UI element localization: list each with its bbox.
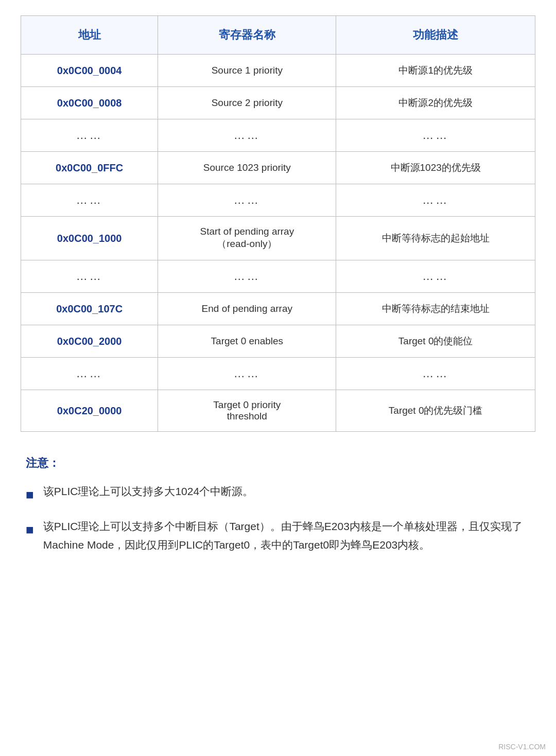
dots-cell: …… [158,358,336,390]
address-cell: 0x0C00_0004 [21,55,158,87]
function-desc-cell: 中断等待标志的结束地址 [336,293,535,325]
register-name-cell: End of pending array [158,293,336,325]
register-name-cell: Start of pending array（read-only） [158,217,336,260]
address-cell: 0x0C00_0008 [21,87,158,119]
dots-cell: …… [21,358,158,390]
dots-cell: …… [336,184,535,217]
register-name-cell: Source 1 priority [158,55,336,87]
dots-cell: …… [336,260,535,293]
dots-cell: …… [158,260,336,293]
address-cell: 0x0C00_2000 [21,325,158,358]
dots-cell: …… [336,358,535,390]
function-desc-cell: 中断源1的优先级 [336,55,535,87]
register-name-cell: Target 0 enables [158,325,336,358]
function-desc-cell: 中断源2的优先级 [336,87,535,119]
register-name-cell: Source 1023 priority [158,152,336,184]
address-cell: 0x0C00_0FFC [21,152,158,184]
dots-cell: …… [21,260,158,293]
function-desc-cell: 中断等待标志的起始地址 [336,217,535,260]
watermark: RISC-V1.COM [498,743,546,751]
col-header-desc: 功能描述 [336,16,535,55]
address-cell: 0x0C00_1000 [21,217,158,260]
dots-cell: …… [21,119,158,152]
note-text: 该PLIC理论上可以支持多个中断目标（Target）。由于蜂鸟E203内核是一个… [43,517,530,554]
note-item: ■该PLIC理论上可以支持多个中断目标（Target）。由于蜂鸟E203内核是一… [26,517,530,554]
address-cell: 0x0C00_107C [21,293,158,325]
register-table: 地址 寄存器名称 功能描述 0x0C00_0004Source 1 priori… [21,15,535,432]
register-name-cell: Target 0 prioritythreshold [158,390,336,432]
note-text: 该PLIC理论上可以支持多大1024个中断源。 [43,482,530,501]
dots-cell: …… [158,184,336,217]
dots-cell: …… [336,119,535,152]
note-section: 注意： ■该PLIC理论上可以支持多大1024个中断源。■该PLIC理论上可以支… [21,450,535,571]
note-item: ■该PLIC理论上可以支持多大1024个中断源。 [26,482,530,506]
note-title: 注意： [26,455,530,471]
col-header-addr: 地址 [21,16,158,55]
register-name-cell: Source 2 priority [158,87,336,119]
address-cell: 0x0C20_0000 [21,390,158,432]
dots-cell: …… [21,184,158,217]
note-bullet-icon: ■ [26,483,34,506]
function-desc-cell: Target 0的优先级门槛 [336,390,535,432]
col-header-reg: 寄存器名称 [158,16,336,55]
function-desc-cell: Target 0的使能位 [336,325,535,358]
dots-cell: …… [158,119,336,152]
function-desc-cell: 中断源1023的优先级 [336,152,535,184]
note-bullet-icon: ■ [26,518,34,541]
